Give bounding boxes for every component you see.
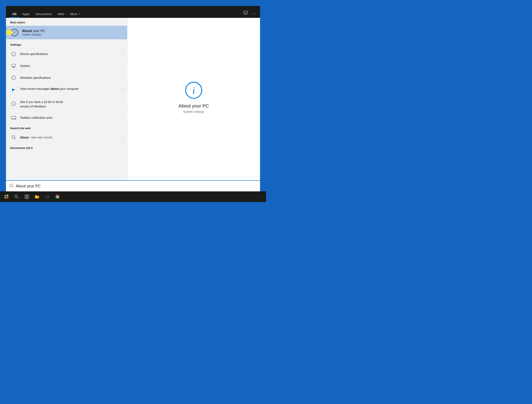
chevron-right-icon-6: › [122,116,123,119]
svg-rect-33 [25,195,26,196]
svg-rect-34 [27,195,29,196]
right-subtitle: System settings [183,110,204,114]
cmd-button[interactable]: C:\> [43,192,52,201]
tab-more[interactable]: More ▾ [67,10,83,18]
nav-actions: ··· [243,10,257,18]
svg-rect-36 [27,197,29,199]
chevron-right-icon-5: › [122,100,123,103]
svg-rect-30 [6,197,8,199]
setting-bitcheck[interactable]: i See if you have a 32-bit or 64-bitvers… [6,97,127,112]
svg-rect-35 [25,197,26,199]
taskbar-icon [10,114,17,121]
setting-windows-specs[interactable]: i Windows specifications › [6,72,127,84]
best-match-item[interactable]: i About your PC System settings [6,26,127,39]
svg-point-41 [57,196,58,197]
svg-text:i: i [13,76,14,79]
search-input[interactable] [16,184,257,188]
setting-system-label: System [20,64,119,68]
svg-rect-18 [14,119,15,119]
right-top-section: i About your PC System settings [127,18,260,177]
tab-web[interactable]: Web [55,10,67,18]
svg-text:i: i [13,52,14,56]
best-match-subtitle: System settings [22,33,123,36]
setting-system[interactable]: System › [6,60,127,72]
ellipsis-icon[interactable]: ··· [252,11,257,16]
info-icon: i [10,50,17,57]
best-match-wrapper: i About your PC System settings [6,26,127,40]
task-view-button[interactable] [22,192,32,201]
svg-point-2 [246,12,247,13]
svg-line-20 [14,138,16,139]
setting-messages[interactable]: View recent messages about your computer… [6,84,127,97]
setting-windows-specs-label: Windows specifications [20,76,119,79]
setting-taskbar-label: Taskbar notification area [20,116,119,119]
chevron-right-icon-7: › [122,136,123,139]
web-search-item[interactable]: About - See web results › [6,132,127,143]
feedback-icon[interactable] [243,10,248,16]
taskbar: C:\> [0,191,266,202]
setting-device-specs[interactable]: i Device specifications › [6,48,127,60]
best-match-text: About your PC System settings [22,29,123,36]
svg-text:i: i [192,85,195,96]
search-icon [10,134,17,141]
setting-device-specs-label: Device specifications [20,52,119,56]
svg-marker-3 [6,29,13,36]
svg-text:C:\>: C:\> [46,196,50,198]
setting-messages-label: View recent messages about your computer [20,87,119,91]
svg-line-32 [17,197,19,199]
tab-documents[interactable]: Documents [32,10,55,18]
file-explorer-button[interactable] [32,192,42,201]
search-bar [6,180,260,191]
chevron-right-icon: › [122,52,123,56]
chevron-right-icon-2: › [122,64,123,68]
svg-rect-16 [12,116,16,119]
flag-icon [10,87,17,94]
monitor-icon [10,63,17,69]
info-icon-3: i [10,100,17,107]
setting-bitcheck-label: See if you have a 32-bit or 64-bitversio… [20,100,119,109]
svg-text:i: i [13,102,14,105]
tab-apps[interactable]: Apps [19,10,32,18]
start-button[interactable] [2,192,11,201]
right-title: About your PC [178,103,209,109]
best-match-title: About your PC [22,29,123,33]
svg-rect-8 [12,64,15,67]
docs-label: Documents (10+) [6,143,127,151]
web-search-label-text: About - See web results [20,136,119,139]
svg-point-19 [12,136,15,139]
right-panel: i About your PC System settings Open [127,18,260,191]
svg-line-26 [12,186,13,187]
chevron-right-icon-3: › [122,76,123,79]
svg-rect-0 [244,11,247,14]
search-window: All Apps Documents Web More ▾ [6,6,260,191]
search-bar-icon [9,183,14,189]
chevron-right-icon-4: › [122,87,123,90]
svg-rect-28 [6,195,8,196]
setting-taskbar[interactable]: Taskbar notification area › [6,112,127,124]
nav-bar: All Apps Documents Web More ▾ [6,6,260,18]
svg-point-25 [10,184,13,187]
svg-rect-27 [5,195,6,196]
best-match-label: Best match [6,18,127,26]
chrome-button[interactable] [53,192,62,201]
svg-point-1 [245,12,245,13]
left-panel: Best match i [6,18,127,191]
taskbar-search-button[interactable] [12,192,21,201]
svg-text:i: i [14,30,15,35]
tab-all[interactable]: All [9,10,19,18]
settings-label: Settings [6,40,127,48]
info-icon-2: i [10,74,17,81]
yellow-arrow-icon [6,29,13,36]
main-content: Best match i [6,18,260,191]
web-search-label: Search the web [6,124,127,132]
svg-rect-29 [5,197,6,199]
chevron-down-icon: ▾ [79,13,80,15]
svg-rect-9 [13,67,14,67]
about-pc-big-icon: i [184,81,203,100]
svg-point-31 [15,195,17,197]
